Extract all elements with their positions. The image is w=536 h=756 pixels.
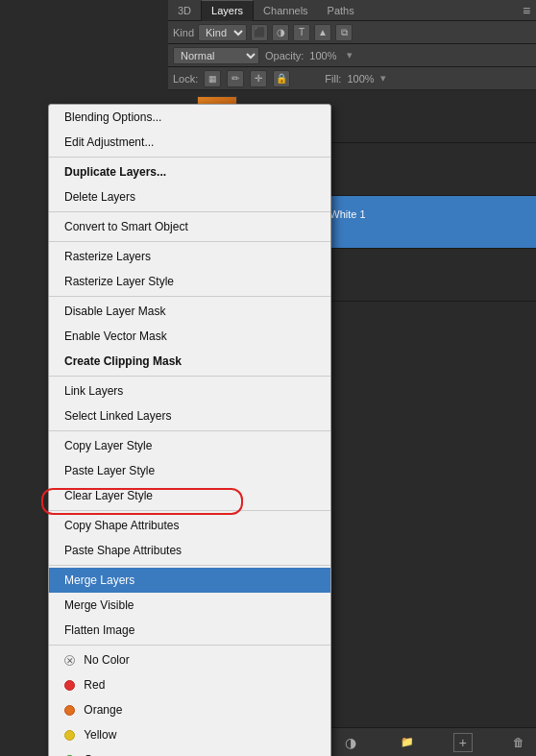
- menu-item-paste-shape-attributes[interactable]: Paste Shape Attributes: [49, 538, 330, 563]
- menu-item-copy-layer-style[interactable]: Copy Layer Style: [49, 433, 330, 458]
- menu-separator: [49, 241, 330, 242]
- filter-pixel-icon[interactable]: ⬛: [251, 24, 268, 41]
- panel-toolbar-kind: Kind Kind ⬛ ◑ T ▲ ⧉: [168, 21, 536, 44]
- color-swatch-none: [64, 655, 75, 666]
- tab-3d[interactable]: 3D: [168, 0, 201, 21]
- menu-item-color-orange[interactable]: Orange: [49, 697, 330, 722]
- lock-label: Lock:: [173, 73, 198, 85]
- tab-paths[interactable]: Paths: [318, 0, 364, 21]
- menu-separator: [49, 376, 330, 377]
- filter-type-icon[interactable]: T: [293, 24, 310, 41]
- lock-brush-icon[interactable]: ✏: [227, 70, 244, 87]
- menu-separator: [49, 430, 330, 431]
- menu-item-disable-layer-mask[interactable]: Disable Layer Mask: [49, 299, 330, 324]
- menu-item-copy-shape-attributes[interactable]: Copy Shape Attributes: [49, 513, 330, 538]
- menu-item-clear-layer-style[interactable]: Clear Layer Style: [49, 483, 330, 508]
- menu-item-convert-smart-object[interactable]: Convert to Smart Object: [49, 214, 330, 239]
- menu-item-link-layers[interactable]: Link Layers: [49, 378, 330, 403]
- menu-item-edit-adjustment[interactable]: Edit Adjustment...: [49, 130, 330, 155]
- fill-value: 100%: [347, 73, 374, 85]
- tab-channels[interactable]: Channels: [254, 0, 317, 21]
- delete-layer-icon[interactable]: 🗑: [509, 733, 528, 752]
- panel-tabs: 3D Layers Channels Paths ≡: [168, 0, 536, 21]
- menu-item-rasterize-style[interactable]: Rasterize Layer Style: [49, 269, 330, 294]
- menu-separator: [49, 645, 330, 646]
- panel-toolbar-lock: Lock: ▦ ✏ ✛ 🔒 Fill: 100% ▾: [168, 67, 536, 90]
- menu-item-color-none[interactable]: No Color: [49, 647, 330, 672]
- lock-all-icon[interactable]: 🔒: [273, 70, 290, 87]
- menu-item-enable-vector-mask[interactable]: Enable Vector Mask: [49, 324, 330, 349]
- menu-item-paste-layer-style[interactable]: Paste Layer Style: [49, 458, 330, 483]
- menu-item-create-clipping-mask[interactable]: Create Clipping Mask: [49, 349, 330, 374]
- menu-item-delete-layers[interactable]: Delete Layers: [49, 184, 330, 209]
- context-menu: Blending Options... Edit Adjustment... D…: [48, 104, 331, 756]
- menu-separator: [49, 565, 330, 566]
- kind-label: Kind: [173, 27, 194, 38]
- group-layers-icon[interactable]: 📁: [398, 733, 417, 752]
- opacity-label: Opacity:: [265, 50, 304, 61]
- menu-separator: [49, 296, 330, 297]
- menu-item-color-yellow[interactable]: Yellow: [49, 722, 330, 747]
- opacity-arrow: ▾: [347, 49, 353, 61]
- tab-layers[interactable]: Layers: [201, 0, 254, 21]
- panel-toolbar-blend: Normal Opacity: 100% ▾: [168, 44, 536, 67]
- new-layer-icon[interactable]: +: [453, 733, 473, 752]
- color-swatch-yellow: [64, 730, 75, 741]
- menu-item-flatten-image[interactable]: Flatten Image: [49, 618, 330, 643]
- filter-smart-icon[interactable]: ⧉: [335, 24, 353, 41]
- color-swatch-red: [64, 680, 75, 691]
- menu-item-select-linked[interactable]: Select Linked Layers: [49, 403, 330, 428]
- adjustment-layer-icon[interactable]: ◑: [341, 733, 360, 752]
- menu-separator: [49, 211, 330, 212]
- fill-arrow: ▾: [380, 72, 386, 85]
- menu-item-color-green[interactable]: Green: [49, 747, 330, 756]
- opacity-value: 100%: [309, 50, 336, 61]
- color-swatch-orange: [64, 705, 75, 716]
- menu-separator: [49, 157, 330, 158]
- lock-move-icon[interactable]: ✛: [250, 70, 267, 87]
- menu-item-merge-layers[interactable]: Merge Layers: [49, 568, 330, 593]
- menu-separator: [49, 510, 330, 511]
- filter-adjust-icon[interactable]: ◑: [272, 24, 289, 41]
- menu-item-merge-visible[interactable]: Merge Visible: [49, 593, 330, 618]
- menu-item-rasterize-layers[interactable]: Rasterize Layers: [49, 244, 330, 269]
- filter-shape-icon[interactable]: ▲: [314, 24, 331, 41]
- panel-collapse-icon[interactable]: ≡: [517, 0, 536, 21]
- kind-select[interactable]: Kind: [198, 24, 247, 41]
- lock-transparency-icon[interactable]: ▦: [204, 70, 221, 87]
- menu-item-blending-options[interactable]: Blending Options...: [49, 105, 330, 130]
- menu-item-duplicate-layers[interactable]: Duplicate Layers...: [49, 159, 330, 184]
- blend-mode-select[interactable]: Normal: [173, 47, 259, 64]
- menu-item-color-red[interactable]: Red: [49, 672, 330, 697]
- fill-label: Fill:: [325, 73, 341, 85]
